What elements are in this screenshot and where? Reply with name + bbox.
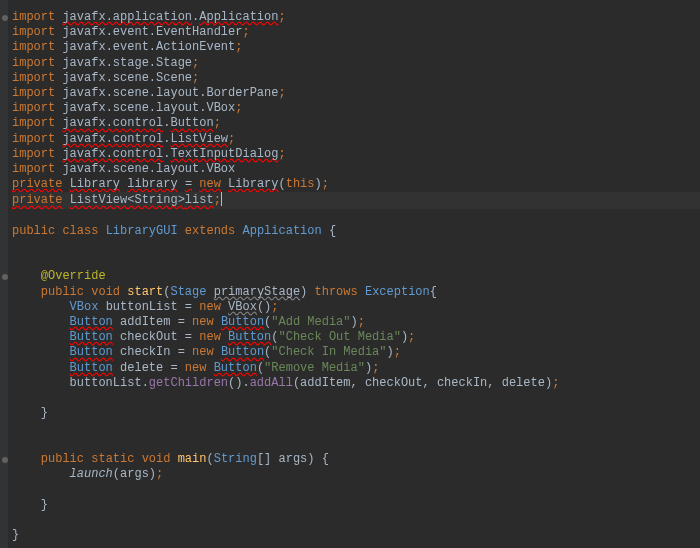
this-keyword: this	[286, 177, 315, 191]
semicolon: ;	[278, 147, 285, 161]
class-ref: Application	[199, 10, 278, 24]
semicolon: ;	[552, 376, 559, 390]
package-path: javafx.control	[62, 147, 163, 161]
code-line[interactable]: public void start(Stage primaryStage) th…	[12, 285, 700, 300]
field-name: library	[127, 177, 177, 191]
blank-line[interactable]	[12, 482, 700, 497]
blank-line[interactable]	[12, 209, 700, 224]
operator: =	[185, 300, 192, 314]
class-ref: VBox	[206, 101, 235, 115]
code-line[interactable]: private Library library = new Library(th…	[12, 177, 700, 192]
method-call: getChildren	[149, 376, 228, 390]
var-name: buttonList	[106, 300, 178, 314]
param-name: args	[279, 452, 308, 466]
var-name: checkOut	[120, 330, 178, 344]
type: Button	[70, 345, 113, 359]
keyword: import	[12, 56, 55, 70]
operator: =	[178, 315, 185, 329]
class-ref: VBox	[206, 162, 235, 176]
keyword: import	[12, 40, 55, 54]
type: Library	[70, 177, 120, 191]
code-line[interactable]: import javafx.scene.layout.VBox	[12, 162, 700, 177]
code-line[interactable]: Button checkIn = new Button("Check In Me…	[12, 345, 700, 360]
package-path: javafx.event	[62, 25, 148, 39]
object-ref: buttonList	[70, 376, 142, 390]
code-line[interactable]: import javafx.event.EventHandler;	[12, 25, 700, 40]
param-type: Stage	[170, 285, 206, 299]
modifier: public	[12, 224, 55, 238]
code-line[interactable]: import javafx.scene.layout.VBox;	[12, 101, 700, 116]
text-cursor	[221, 192, 222, 206]
package-path: javafx.scene.layout	[62, 162, 199, 176]
gutter-marker-icon	[2, 457, 8, 463]
keyword: import	[12, 71, 55, 85]
class-ref: Scene	[156, 71, 192, 85]
method-call: launch	[70, 467, 113, 481]
code-line[interactable]: }	[12, 406, 700, 421]
code-line[interactable]: @Override	[12, 269, 700, 284]
code-line[interactable]: public class LibraryGUI extends Applicat…	[12, 224, 700, 239]
semicolon: ;	[278, 86, 285, 100]
code-line[interactable]: Button addItem = new Button("Add Media")…	[12, 315, 700, 330]
semicolon: ;	[214, 193, 221, 207]
var-name: delete	[120, 361, 163, 375]
blank-line[interactable]	[12, 254, 700, 269]
method-call: addAll	[250, 376, 293, 390]
blank-line[interactable]	[12, 513, 700, 528]
keyword: import	[12, 162, 55, 176]
code-line[interactable]: import javafx.event.ActionEvent;	[12, 40, 700, 55]
code-line[interactable]: }	[12, 498, 700, 513]
code-line[interactable]: import javafx.scene.Scene;	[12, 71, 700, 86]
code-line[interactable]: import javafx.stage.Stage;	[12, 56, 700, 71]
code-editor[interactable]: import javafx.application.Application; i…	[0, 0, 700, 548]
code-line[interactable]: import javafx.application.Application;	[12, 10, 700, 25]
keyword: new	[199, 300, 221, 314]
type: Button	[70, 361, 113, 375]
keyword: void	[142, 452, 171, 466]
semicolon: ;	[156, 467, 163, 481]
code-line-current[interactable]: private ListView<String>list;	[12, 192, 700, 208]
code-line[interactable]: Button checkOut = new Button("Check Out …	[12, 330, 700, 345]
gutter-marker-icon	[2, 15, 8, 21]
gutter-marker-icon	[2, 274, 8, 280]
method-name: start	[127, 285, 163, 299]
keyword: class	[62, 224, 98, 238]
code-line[interactable]: import javafx.control.ListView;	[12, 132, 700, 147]
brace: {	[329, 224, 336, 238]
keyword: import	[12, 10, 55, 24]
code-line[interactable]: import javafx.control.TextInputDialog;	[12, 147, 700, 162]
blank-line[interactable]	[12, 421, 700, 436]
semicolon: ;	[235, 101, 242, 115]
keyword: new	[199, 177, 221, 191]
blank-line[interactable]	[12, 437, 700, 452]
code-line[interactable]: Button delete = new Button("Remove Media…	[12, 361, 700, 376]
code-line[interactable]: public static void main(String[] args) {	[12, 452, 700, 467]
package-path: javafx.control	[62, 132, 163, 146]
semicolon: ;	[228, 132, 235, 146]
string-literal: "Check In Media"	[271, 345, 386, 359]
code-line[interactable]: VBox buttonList = new VBox();	[12, 300, 700, 315]
keyword: new	[192, 345, 214, 359]
package-path: javafx.scene.layout	[62, 101, 199, 115]
blank-line[interactable]	[12, 391, 700, 406]
semicolon: ;	[408, 330, 415, 344]
package-path: javafx.stage	[62, 56, 148, 70]
type: ListView<String>	[70, 193, 185, 207]
param-name: primaryStage	[214, 285, 300, 299]
constructor: Button	[214, 361, 257, 375]
code-line[interactable]: import javafx.control.Button;	[12, 116, 700, 131]
semicolon: ;	[394, 345, 401, 359]
class-ref: BorderPane	[206, 86, 278, 100]
code-line[interactable]: buttonList.getChildren().addAll(addItem,…	[12, 376, 700, 391]
code-line[interactable]: launch(args);	[12, 467, 700, 482]
code-line[interactable]: import javafx.scene.layout.BorderPane;	[12, 86, 700, 101]
code-line[interactable]: }	[12, 528, 700, 543]
operator: =	[178, 345, 185, 359]
semicolon: ;	[372, 361, 379, 375]
semicolon: ;	[235, 40, 242, 54]
semicolon: ;	[358, 315, 365, 329]
keyword: import	[12, 25, 55, 39]
package-path: javafx.scene.layout	[62, 86, 199, 100]
semicolon: ;	[214, 116, 221, 130]
blank-line[interactable]	[12, 239, 700, 254]
